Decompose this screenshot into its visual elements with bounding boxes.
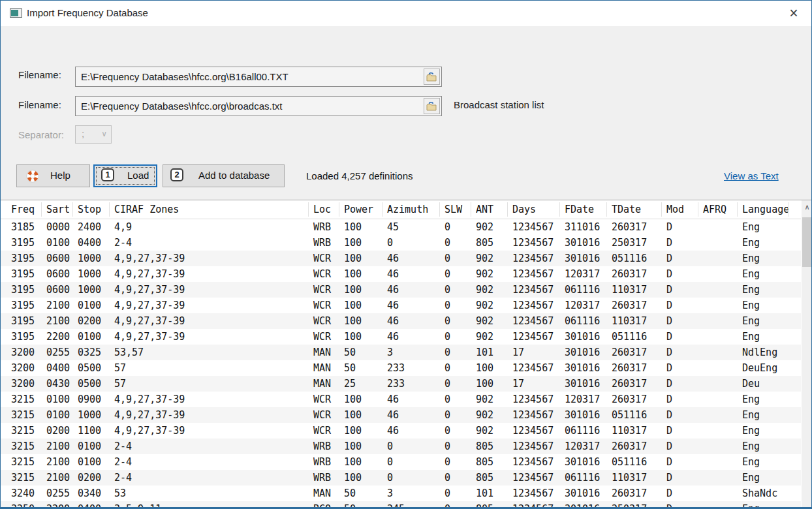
column-header-loc[interactable]: Loc xyxy=(313,204,331,215)
cell-days: 1234567 xyxy=(512,268,554,280)
table-row[interactable]: 3215210001002-4WRB1000080512345671203172… xyxy=(1,439,801,454)
filename2-field[interactable]: E:\Frequency Databases\hfcc.org\broadcas… xyxy=(75,96,442,116)
view-as-text-link[interactable]: View as Text xyxy=(724,170,779,181)
column-header-days[interactable]: Days xyxy=(512,204,536,215)
table-row[interactable]: 3195220001004,9,27,37-39WCR1004609021234… xyxy=(1,329,801,345)
cell-power: 50 xyxy=(344,503,356,509)
table-row[interactable]: 3215210002002-4WRB1000080512345670611161… xyxy=(1,470,801,486)
cell-power: 100 xyxy=(344,456,362,468)
table-row[interactable]: 3195010004002-4WRB1000080512345673010162… xyxy=(1,235,801,251)
table-row[interactable]: 3195060010004,9,27,37-39WCR1004609021234… xyxy=(1,282,801,298)
cell-language: Eng xyxy=(742,300,760,311)
vertical-scrollbar[interactable]: ∧ ∨ xyxy=(802,200,812,509)
cell-azimuth: 46 xyxy=(387,300,399,311)
table-row[interactable]: 32000400050057MAN50233010012345673010162… xyxy=(1,360,801,376)
cell-ciraf-zones: 4,9,27,37-39 xyxy=(114,268,185,280)
add-to-database-label: Add to database xyxy=(198,170,270,181)
cell-stop: 0500 xyxy=(78,378,101,390)
cell-ciraf-zones: 4,9 xyxy=(114,221,132,233)
help-button[interactable]: Help xyxy=(16,164,90,187)
cell-loc: MAN xyxy=(313,362,331,374)
cell-tdate: 260317 xyxy=(612,300,647,311)
cell-ant: 101 xyxy=(476,347,493,358)
cell-language: Eng xyxy=(742,284,760,296)
cell-language: DeuEng xyxy=(742,362,777,374)
column-header-ant[interactable]: ANT xyxy=(476,204,493,215)
cell-ant: 805 xyxy=(476,237,493,249)
column-header-freq[interactable]: Freq xyxy=(11,204,35,215)
column-header-power[interactable]: Power xyxy=(344,204,373,215)
cell-language: Eng xyxy=(742,503,760,509)
table-row[interactable]: 3185000024004,9WRB1004509021234567311016… xyxy=(1,219,801,235)
cell-stop: 0340 xyxy=(78,487,101,499)
column-header-tdate[interactable]: TDate xyxy=(612,204,641,215)
table-row[interactable]: 3215010009004,9,27,37-39WCR1004609021234… xyxy=(1,392,801,407)
table-row[interactable]: 3215010010004,9,27,37-39WCR1004609021234… xyxy=(1,407,801,423)
cell-sart: 0255 xyxy=(46,347,70,358)
table-row[interactable]: 3195210001004,9,27,37-39WCR1004609021234… xyxy=(1,298,801,313)
cell-mod: D xyxy=(666,331,672,343)
cell-freq: 3215 xyxy=(11,425,35,437)
vertical-scroll-thumb[interactable] xyxy=(802,217,812,267)
cell-power: 100 xyxy=(344,393,362,405)
cell-days: 1234567 xyxy=(512,237,554,249)
cell-loc: WRB xyxy=(313,440,331,452)
cell-sart: 2100 xyxy=(46,472,70,484)
cell-loc: WCR xyxy=(313,253,331,264)
cell-tdate: 260317 xyxy=(612,221,647,233)
table-row[interactable]: 3215020011004,9,27,37-39WCR1004609021234… xyxy=(1,423,801,439)
cell-sart: 0255 xyxy=(46,487,70,499)
column-header-sart[interactable]: Sart xyxy=(46,204,70,215)
cell-azimuth: 46 xyxy=(387,315,399,327)
cell-loc: WRB xyxy=(313,221,331,233)
cell-slw: 0 xyxy=(445,440,450,452)
table-row[interactable]: 32000255032553,57MAN50301011730101626031… xyxy=(1,345,801,360)
cell-mod: D xyxy=(666,456,672,468)
add-to-database-button[interactable]: 2 Add to database xyxy=(163,164,285,187)
browse1-button[interactable] xyxy=(424,69,440,85)
column-header-language[interactable]: Language xyxy=(742,204,789,215)
cell-mod: D xyxy=(666,393,672,405)
close-icon[interactable]: × xyxy=(785,4,803,22)
cell-freq: 3215 xyxy=(11,472,35,484)
table-row[interactable]: 32400255034053MAN50301011234567301016260… xyxy=(1,486,801,501)
filename1-field[interactable]: E:\Frequency Databases\hfcc.org\B16all00… xyxy=(75,67,442,87)
column-header-azimuth[interactable]: Azimuth xyxy=(387,204,428,215)
scroll-up-icon[interactable]: ∧ xyxy=(802,202,812,213)
cell-loc: WCR xyxy=(313,393,331,405)
cell-sart: 0100 xyxy=(46,237,70,249)
browse2-button[interactable] xyxy=(424,98,440,114)
table-row[interactable]: 3215210001002-4WRB1000080512345673010160… xyxy=(1,454,801,470)
step-1-icon: 1 xyxy=(101,168,114,181)
load-button[interactable]: 1 Load xyxy=(93,164,157,187)
table-row[interactable]: 3195060010004,9,27,37-39WCR1004609021234… xyxy=(1,251,801,266)
cell-mod: D xyxy=(666,440,672,452)
scroll-down-icon[interactable]: ∨ xyxy=(802,505,812,509)
cell-sart: 2100 xyxy=(46,456,70,468)
header-separator xyxy=(471,202,471,217)
table-row[interactable]: 3195210002004,9,27,37-39WCR1004609021234… xyxy=(1,313,801,329)
cell-loc: WCR xyxy=(313,331,331,343)
cell-azimuth: 46 xyxy=(387,425,399,437)
column-header-stop[interactable]: Stop xyxy=(78,204,101,215)
cell-sart: 0400 xyxy=(46,362,70,374)
cell-mod: D xyxy=(666,268,672,280)
table-row[interactable]: 3195060010004,9,27,37-39WCR1004609021234… xyxy=(1,266,801,282)
table-row[interactable]: 3250220004003-5,9-11BCQ50245080512345673… xyxy=(1,501,801,509)
cell-loc: WCR xyxy=(313,300,331,311)
cell-power: 50 xyxy=(344,347,356,358)
column-header-slw[interactable]: SLW xyxy=(445,204,462,215)
column-header-afrq[interactable]: AFRQ xyxy=(703,204,726,215)
cell-ciraf-zones: 4,9,27,37-39 xyxy=(114,253,185,264)
column-header-ciraf-zones[interactable]: CIRAF Zones xyxy=(114,204,179,215)
column-header-mod[interactable]: Mod xyxy=(666,204,684,215)
cell-azimuth: 46 xyxy=(387,393,399,405)
cell-power: 100 xyxy=(344,268,362,280)
cell-stop: 0100 xyxy=(78,456,101,468)
cell-loc: MAN xyxy=(313,347,331,358)
table-row[interactable]: 32000430050057MAN25233010017301016260317… xyxy=(1,376,801,392)
cell-azimuth: 45 xyxy=(387,221,399,233)
cell-ant: 902 xyxy=(476,253,493,264)
column-header-fdate[interactable]: FDate xyxy=(565,204,594,215)
cell-slw: 0 xyxy=(445,487,450,499)
